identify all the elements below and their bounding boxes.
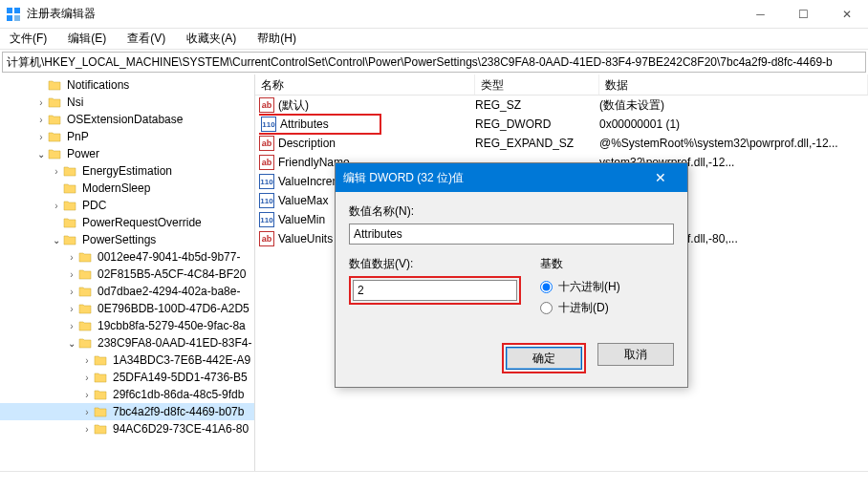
tree-label: PowerSettings bbox=[82, 233, 156, 246]
folder-icon bbox=[94, 422, 109, 436]
tree-label: 0d7dbae2-4294-402a-ba8e- bbox=[98, 285, 240, 298]
chevron-right-icon[interactable]: › bbox=[80, 371, 94, 384]
tree-item[interactable]: ⌄PowerSettings bbox=[0, 231, 254, 248]
dword-value-icon: 110 bbox=[261, 117, 276, 132]
tree-item[interactable]: ›Nsi bbox=[0, 94, 254, 111]
tree-item[interactable]: ›0E796BDB-100D-47D6-A2D5 bbox=[0, 300, 254, 317]
value-name: ValueUnits bbox=[278, 232, 333, 245]
titlebar: 注册表编辑器 ─ ☐ ✕ bbox=[0, 0, 868, 29]
tree-item[interactable]: ›PDC bbox=[0, 197, 254, 214]
regedit-icon bbox=[6, 7, 21, 22]
tree-item[interactable]: ›EnergyEstimation bbox=[0, 162, 254, 180]
tree-label: Power bbox=[67, 147, 99, 160]
chevron-down-icon[interactable]: ⌄ bbox=[50, 233, 63, 246]
chevron-right-icon[interactable]: › bbox=[65, 250, 78, 264]
svg-rect-2 bbox=[7, 15, 12, 21]
tree-label: PDC bbox=[82, 199, 106, 212]
list-row[interactable]: 110AttributesREG_DWORD0x00000001 (1) bbox=[255, 115, 868, 134]
list-header: 名称 类型 数据 bbox=[255, 75, 868, 96]
chevron-right-icon[interactable]: › bbox=[65, 302, 78, 315]
chevron-right-icon[interactable]: › bbox=[34, 113, 48, 126]
tree-item[interactable]: ›0012ee47-9041-4b5d-9b77- bbox=[0, 248, 254, 266]
folder-icon bbox=[63, 164, 78, 178]
chevron-right-icon[interactable]: › bbox=[34, 130, 48, 143]
chevron-right-icon[interactable]: › bbox=[80, 388, 94, 401]
tree-label: 7bc4a2f9-d8fc-4469-b07b bbox=[113, 405, 244, 418]
tree-item[interactable]: ⌄238C9FA8-0AAD-41ED-83F4- bbox=[0, 334, 254, 352]
tree-item[interactable]: ›PnP bbox=[0, 128, 254, 145]
name-input[interactable] bbox=[349, 224, 674, 245]
col-header-data[interactable]: 数据 bbox=[599, 75, 868, 95]
chevron-right-icon[interactable]: › bbox=[65, 285, 78, 298]
radio-hex-input[interactable] bbox=[540, 281, 553, 293]
menu-help[interactable]: 帮助(H) bbox=[253, 29, 300, 49]
folder-icon bbox=[78, 336, 94, 350]
radio-dec[interactable]: 十进制(D) bbox=[540, 297, 674, 318]
tree-item[interactable]: ›OSExtensionDatabase bbox=[0, 111, 254, 128]
list-row[interactable]: abDescriptionREG_EXPAND_SZ@%SystemRoot%\… bbox=[255, 134, 868, 153]
dialog-close-icon[interactable]: ✕ bbox=[641, 170, 680, 185]
chevron-right-icon[interactable]: › bbox=[80, 422, 94, 436]
folder-icon bbox=[48, 113, 63, 126]
string-value-icon: ab bbox=[259, 231, 274, 246]
tree-item[interactable]: ›25DFA149-5DD1-4736-B5 bbox=[0, 369, 254, 386]
list-row[interactable]: ab(默认)REG_SZ(数值未设置) bbox=[255, 96, 868, 115]
maximize-button[interactable]: ☐ bbox=[782, 0, 825, 29]
name-label: 数值名称(N): bbox=[349, 203, 674, 220]
tree-label: 29f6c1db-86da-48c5-9fdb bbox=[113, 388, 244, 401]
minimize-button[interactable]: ─ bbox=[739, 0, 782, 29]
chevron-right-icon[interactable]: › bbox=[80, 405, 94, 418]
data-input[interactable] bbox=[353, 280, 517, 301]
chevron-down-icon[interactable]: ⌄ bbox=[34, 147, 48, 160]
dialog-title: 编辑 DWORD (32 位)值 bbox=[343, 170, 464, 186]
value-type: REG_EXPAND_SZ bbox=[475, 137, 599, 150]
radio-dec-input[interactable] bbox=[540, 302, 553, 314]
folder-icon bbox=[94, 405, 109, 418]
value-type: REG_DWORD bbox=[475, 117, 599, 131]
close-button[interactable]: ✕ bbox=[825, 0, 868, 29]
radio-hex[interactable]: 十六进制(H) bbox=[540, 276, 674, 297]
ok-button[interactable]: 确定 bbox=[506, 347, 582, 370]
dword-value-icon: 110 bbox=[259, 212, 274, 227]
value-name: ValueMax bbox=[278, 194, 328, 207]
chevron-right-icon[interactable]: › bbox=[65, 267, 78, 281]
tree-label: Notifications bbox=[67, 78, 129, 92]
dialog-titlebar[interactable]: 编辑 DWORD (32 位)值 ✕ bbox=[336, 163, 687, 192]
value-name: Attributes bbox=[280, 117, 329, 131]
value-type: REG_SZ bbox=[475, 98, 599, 112]
tree-item[interactable]: ›7bc4a2f9-d8fc-4469-b07b bbox=[0, 403, 254, 420]
menu-file[interactable]: 文件(F) bbox=[6, 29, 51, 49]
col-header-name[interactable]: 名称 bbox=[255, 75, 475, 95]
tree-item[interactable]: ModernSleep bbox=[0, 180, 254, 197]
menu-edit[interactable]: 编辑(E) bbox=[64, 29, 110, 49]
tree-item[interactable]: ›19cbb8fa-5279-450e-9fac-8a bbox=[0, 317, 254, 334]
tree-item[interactable]: ›0d7dbae2-4294-402a-ba8e- bbox=[0, 283, 254, 300]
value-data: 0x00000001 (1) bbox=[599, 117, 868, 131]
menu-view[interactable]: 查看(V) bbox=[123, 29, 169, 49]
tree-item[interactable]: ›94AC6D29-73CE-41A6-80 bbox=[0, 420, 254, 437]
tree-item[interactable]: ⌄Power bbox=[0, 145, 254, 162]
tree-item[interactable]: ›02F815B5-A5CF-4C84-BF20 bbox=[0, 266, 254, 283]
address-bar[interactable]: 计算机\HKEY_LOCAL_MACHINE\SYSTEM\CurrentCon… bbox=[2, 52, 866, 73]
string-value-icon: ab bbox=[259, 97, 274, 113]
tree-label: 25DFA149-5DD1-4736-B5 bbox=[113, 371, 248, 384]
chevron-right-icon[interactable]: › bbox=[65, 319, 78, 332]
edit-dword-dialog: 编辑 DWORD (32 位)值 ✕ 数值名称(N): 数值数据(V): 基数 … bbox=[335, 162, 688, 388]
chevron-right-icon[interactable]: › bbox=[50, 164, 63, 178]
menu-favorites[interactable]: 收藏夹(A) bbox=[183, 29, 240, 49]
tree-item[interactable]: ›1A34BDC3-7E6B-442E-A9 bbox=[0, 352, 254, 369]
chevron-down-icon[interactable]: ⌄ bbox=[65, 336, 78, 350]
cancel-button[interactable]: 取消 bbox=[597, 343, 674, 366]
chevron-right-icon[interactable]: › bbox=[80, 353, 94, 367]
chevron-right-icon[interactable]: › bbox=[34, 96, 48, 109]
chevron-right-icon[interactable]: › bbox=[50, 199, 63, 212]
tree-pane[interactable]: Notifications›Nsi›OSExtensionDatabase›Pn… bbox=[0, 75, 255, 471]
folder-icon bbox=[63, 233, 78, 246]
tree-item[interactable]: PowerRequestOverride bbox=[0, 214, 254, 231]
radio-hex-label: 十六进制(H) bbox=[558, 279, 620, 295]
tree-label: 94AC6D29-73CE-41A6-80 bbox=[113, 422, 249, 436]
tree-item[interactable]: Notifications bbox=[0, 76, 254, 94]
tree-item[interactable]: ›29f6c1db-86da-48c5-9fdb bbox=[0, 386, 254, 403]
tree-label: 0012ee47-9041-4b5d-9b77- bbox=[98, 250, 240, 264]
col-header-type[interactable]: 类型 bbox=[475, 75, 599, 95]
